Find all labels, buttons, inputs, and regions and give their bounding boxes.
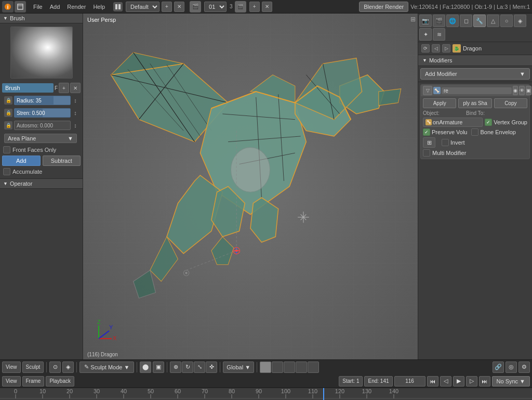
autosmooth-lock[interactable]: 🔒 bbox=[4, 121, 12, 130]
blender-icon[interactable]: i bbox=[2, 1, 14, 12]
scene-props-icon[interactable]: 🎬 bbox=[433, 15, 445, 27]
brush-remove-btn[interactable]: ✕ bbox=[70, 83, 81, 93]
vt-mode-select[interactable]: ✎ Sculpt Mode ▼ bbox=[79, 362, 134, 373]
mod-eye-btn[interactable]: 👁 bbox=[519, 86, 525, 95]
vt-grab-icon[interactable]: ⊕ bbox=[170, 362, 181, 373]
area-plane-dropdown[interactable]: Area Plane ▼ bbox=[4, 134, 77, 143]
subtract-btn[interactable]: Subtract bbox=[43, 156, 81, 166]
copy-btn[interactable]: Copy bbox=[494, 98, 527, 108]
modifier-name-input[interactable] bbox=[442, 87, 512, 94]
tl-view-btn[interactable]: View bbox=[2, 376, 21, 386]
layout-select[interactable]: Default bbox=[126, 2, 159, 12]
menu-add[interactable]: Add bbox=[47, 3, 63, 11]
vt-shading2-icon[interactable]: ▣ bbox=[153, 362, 164, 373]
radius-slider[interactable]: Radius: 35 bbox=[14, 96, 71, 105]
render-engine-btn[interactable]: Blender Render bbox=[359, 2, 408, 12]
tl-end-field[interactable]: End: 141 bbox=[364, 376, 392, 386]
grid-icon-btn[interactable]: ⊞ bbox=[423, 137, 435, 148]
radius-lock[interactable]: 🔒 bbox=[4, 96, 12, 105]
tl-current-frame[interactable]: 116 bbox=[394, 376, 425, 386]
autosmooth-random-btn[interactable]: ↕ bbox=[71, 121, 79, 130]
remove-screen-btn[interactable]: ✕ bbox=[174, 2, 184, 12]
timeline-ruler[interactable]: 0102030405060708090100110120130140 bbox=[0, 388, 532, 400]
vt-transform-icon[interactable]: ✜ bbox=[206, 362, 217, 373]
vt-global-select[interactable]: Global ▼ bbox=[223, 362, 254, 373]
vt-snap-icon[interactable]: 🔗 bbox=[493, 362, 504, 373]
physics-icon[interactable]: ≋ bbox=[433, 28, 445, 41]
preserve-volu-check[interactable]: ✓ bbox=[423, 128, 430, 136]
particles-icon[interactable]: ✦ bbox=[419, 28, 432, 41]
vt-scale-icon[interactable]: ⤡ bbox=[194, 362, 205, 373]
vt-pivot-icon[interactable]: ⊙ bbox=[49, 362, 61, 373]
bone-envelop-check[interactable] bbox=[471, 128, 478, 136]
vertex-group-check[interactable]: ✓ bbox=[485, 119, 492, 126]
apply-btn[interactable]: Apply bbox=[423, 98, 456, 108]
world-props-icon[interactable]: 🌐 bbox=[446, 15, 459, 27]
vt-view-btn[interactable]: View bbox=[2, 362, 21, 373]
menu-help[interactable]: Help bbox=[90, 3, 108, 11]
vt-rotate-icon[interactable]: ↻ bbox=[182, 362, 193, 373]
vt-sculpt-btn[interactable]: Sculpt bbox=[22, 362, 44, 373]
modifiers-props-icon[interactable]: 🔧 bbox=[473, 15, 486, 27]
strength-slider[interactable]: Stren: 0.500 bbox=[14, 108, 71, 118]
vt-layer2-btn[interactable] bbox=[272, 362, 283, 373]
vt-layer3-btn[interactable] bbox=[284, 362, 295, 373]
add-btn[interactable]: Add bbox=[2, 156, 41, 166]
tl-frame-btn[interactable]: Frame bbox=[22, 376, 45, 386]
tl-prev-frame-btn[interactable]: ◁ bbox=[440, 376, 451, 386]
add-scene-btn[interactable]: + bbox=[249, 2, 260, 12]
radius-row: 🔒 Radius: 35 ↕ bbox=[1, 95, 82, 106]
vt-proportional-icon[interactable]: ◎ bbox=[506, 362, 517, 373]
object-data-icon[interactable]: △ bbox=[487, 15, 499, 27]
tl-play-btn[interactable]: ▶ bbox=[453, 376, 464, 386]
vt-viewport-shading-icon[interactable]: ⬤ bbox=[140, 362, 151, 373]
brush-panel-header[interactable]: ▼ Brush bbox=[0, 14, 83, 23]
menu-file[interactable]: File bbox=[30, 3, 46, 11]
svg-marker-33 bbox=[250, 198, 278, 242]
tl-playback-btn[interactable]: Playback bbox=[46, 376, 74, 386]
strength-random-btn[interactable]: ↕ bbox=[71, 109, 79, 117]
mod-render-btn[interactable]: ◉ bbox=[513, 86, 518, 95]
tl-prev-keyframe-btn[interactable]: ⏮ bbox=[427, 376, 438, 386]
viewport[interactable]: X Z Y User Persp ⊞ (116) Dragon bbox=[83, 14, 418, 359]
autosmooth-slider[interactable]: Autosmo: 0.000 bbox=[14, 121, 71, 130]
strength-lock[interactable]: 🔒 bbox=[4, 109, 12, 117]
accumulate-checkbox[interactable] bbox=[3, 168, 10, 175]
tl-nosync-btn[interactable]: No Sync ▼ bbox=[492, 376, 530, 386]
add-screen-btn[interactable]: + bbox=[162, 2, 172, 12]
vt-layer1-btn[interactable] bbox=[260, 362, 271, 373]
brush-add-btn[interactable]: + bbox=[59, 83, 69, 93]
vt-layer-icon[interactable]: ◈ bbox=[62, 362, 74, 373]
add-sub-row: Add Subtract bbox=[0, 154, 83, 167]
mod-cage-btn[interactable]: ▣ bbox=[526, 86, 531, 95]
remove-scene-btn[interactable]: ✕ bbox=[262, 2, 272, 12]
autosmooth-row: 🔒 Autosmo: 0.000 ↕ bbox=[1, 120, 82, 131]
vt-layer5-btn[interactable] bbox=[308, 362, 319, 373]
vt-layer4-btn[interactable] bbox=[296, 362, 307, 373]
on-armature-btn[interactable]: 🦴 onArmature bbox=[423, 118, 483, 127]
tl-start-field[interactable]: Start: 1 bbox=[339, 376, 363, 386]
brush-name-btn[interactable]: Brush bbox=[2, 83, 54, 93]
render-props-icon[interactable]: 📷 bbox=[419, 15, 432, 27]
front-faces-checkbox[interactable] bbox=[3, 146, 10, 153]
operator-arrow: ▼ bbox=[3, 181, 8, 186]
tl-next-keyframe-btn[interactable]: ⏭ bbox=[479, 376, 490, 386]
object-props-icon[interactable]: ◻ bbox=[460, 15, 472, 27]
ply-as-sha-btn[interactable]: ply as Sha bbox=[458, 98, 491, 108]
viewport-corner-menu[interactable]: ⊞ bbox=[410, 16, 416, 23]
multi-modifier-row: Multi Modifier bbox=[423, 149, 527, 157]
add-modifier-btn[interactable]: Add Modifier ▼ bbox=[420, 68, 530, 80]
material-icon[interactable]: ○ bbox=[500, 15, 513, 27]
radius-random-btn[interactable]: ↕ bbox=[71, 96, 79, 105]
operator-header[interactable]: ▼ Operator bbox=[0, 178, 83, 189]
texture-icon[interactable]: ◈ bbox=[514, 15, 526, 27]
frame-select[interactable]: 01 bbox=[204, 2, 227, 12]
multi-modifier-check[interactable] bbox=[423, 149, 430, 157]
invert-check[interactable] bbox=[442, 139, 449, 146]
modifier-actions: Apply ply as Sha Copy bbox=[423, 98, 527, 108]
tl-next-frame-btn[interactable]: ▷ bbox=[466, 376, 477, 386]
modifiers-header[interactable]: ▼ Modifiers bbox=[418, 55, 532, 66]
menu-render[interactable]: Render bbox=[64, 3, 89, 11]
mod-toggle-btn[interactable]: ▽ bbox=[423, 86, 432, 95]
vt-settings-icon[interactable]: ⚙ bbox=[518, 362, 530, 373]
